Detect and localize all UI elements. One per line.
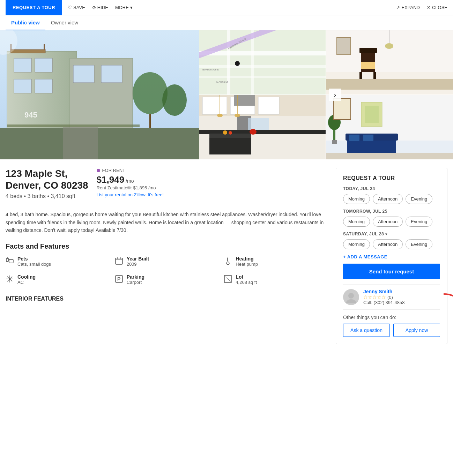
- svg-point-96: [346, 299, 356, 303]
- hide-button[interactable]: ⊘ HIDE: [92, 5, 108, 10]
- svg-rect-44: [202, 97, 227, 114]
- svg-rect-63: [365, 106, 379, 123]
- svg-text:P: P: [117, 276, 120, 282]
- listing-address: 123 Maple St, Denver, CO 80238: [6, 168, 88, 191]
- svg-rect-22: [199, 65, 326, 68]
- photo-living-room[interactable]: [326, 95, 453, 159]
- time-saturday-morning[interactable]: Morning: [343, 239, 370, 249]
- photo-map[interactable]: Lakeview Blvd E Boylston Ave E E Aloha S…: [199, 30, 326, 95]
- svg-rect-4: [14, 58, 31, 72]
- save-button[interactable]: ♡ SAVE: [68, 5, 85, 10]
- chevron-down-icon: ▾: [130, 5, 133, 10]
- tour-day-saturday: SATURDAY, JUL 28 ▾ Morning Afternoon Eve…: [343, 232, 440, 249]
- svg-line-94: [224, 275, 231, 282]
- top-nav-actions: ♡ SAVE ⊘ HIDE MORE ▾: [68, 5, 133, 10]
- agent-name: Jenny Smith: [363, 289, 405, 294]
- main-content: 123 Maple St, Denver, CO 80238 4 beds • …: [0, 159, 453, 344]
- svg-text:E Aloha St: E Aloha St: [216, 81, 228, 83]
- thermometer-icon: [224, 257, 232, 267]
- time-today-evening[interactable]: Evening: [406, 194, 432, 204]
- interior-features-heading: INTERIOR FEATURES: [6, 296, 327, 302]
- request-tour-nav-button[interactable]: REQUEST A TOUR: [6, 0, 62, 15]
- other-actions: Other things you can do: Ask a question …: [343, 309, 440, 337]
- svg-rect-71: [326, 153, 453, 159]
- tour-times-tomorrow: Morning Afternoon Evening: [343, 217, 440, 227]
- photo-main[interactable]: 945: [0, 30, 199, 159]
- time-tomorrow-afternoon[interactable]: Afternoon: [373, 217, 403, 227]
- svg-rect-20: [199, 30, 326, 95]
- agent-row: Jenny Smith ☆☆☆☆☆ (0) Call: (302) 391-48…: [343, 284, 440, 309]
- time-today-morning[interactable]: Morning: [343, 194, 370, 204]
- tab-public-view[interactable]: Public view: [6, 15, 45, 30]
- fact-cooling: Cooling AC: [6, 274, 109, 285]
- svg-point-40: [385, 43, 393, 49]
- time-tomorrow-morning[interactable]: Morning: [343, 217, 370, 227]
- tour-times-today: Morning Afternoon Evening: [343, 194, 440, 204]
- svg-point-27: [235, 61, 240, 66]
- agent-rating: (0): [387, 295, 393, 300]
- svg-rect-35: [359, 72, 362, 79]
- apply-now-button[interactable]: Apply now: [393, 324, 440, 337]
- year-built-label: Year Built: [127, 256, 149, 262]
- agent-phone: Call: (302) 391-4858: [363, 300, 405, 305]
- svg-rect-38: [337, 37, 351, 55]
- tour-day-tomorrow: TOMORROW, JUL 25 Morning Afternoon Eveni…: [343, 209, 440, 227]
- svg-rect-25: [251, 30, 254, 95]
- svg-rect-41: [326, 79, 453, 90]
- svg-rect-36: [373, 72, 376, 79]
- svg-rect-6: [14, 79, 31, 93]
- time-today-afternoon[interactable]: Afternoon: [373, 194, 403, 204]
- heating-value: Heat pump: [236, 262, 258, 267]
- rent-dot: [97, 169, 100, 172]
- add-message-link[interactable]: + ADD A MESSAGE: [343, 254, 440, 259]
- photo-next-arrow[interactable]: ›: [329, 89, 341, 101]
- svg-text:945: 945: [24, 111, 37, 119]
- svg-rect-69: [349, 135, 359, 141]
- ask-question-button[interactable]: Ask a question: [343, 324, 390, 337]
- svg-rect-12: [44, 44, 45, 50]
- tab-owner-view[interactable]: Owner view: [45, 15, 84, 30]
- tour-times-saturday: Morning Afternoon Evening: [343, 239, 440, 249]
- svg-rect-15: [149, 114, 151, 128]
- close-button[interactable]: ✕ CLOSE: [427, 5, 447, 10]
- other-actions-buttons: Ask a question Apply now: [343, 324, 440, 337]
- cooling-value: AC: [17, 280, 36, 285]
- photo-kitchen[interactable]: [199, 95, 326, 159]
- svg-rect-56: [248, 118, 269, 130]
- time-saturday-afternoon[interactable]: Afternoon: [373, 239, 403, 249]
- time-tomorrow-evening[interactable]: Evening: [406, 217, 432, 227]
- expand-button[interactable]: ↗ EXPAND: [396, 5, 420, 10]
- hide-icon: ⊘: [92, 5, 96, 10]
- close-icon: ✕: [427, 5, 431, 10]
- svg-text:Boylston Ave E: Boylston Ave E: [202, 68, 219, 71]
- time-saturday-evening[interactable]: Evening: [406, 239, 432, 249]
- list-rental-link[interactable]: List your rental on Zillow. It's free!: [97, 192, 164, 197]
- svg-rect-76: [9, 259, 13, 263]
- red-arrow-indicator: [440, 290, 453, 330]
- svg-point-82: [226, 262, 229, 265]
- chevron-down-icon: ▾: [385, 232, 387, 236]
- send-tour-button[interactable]: Send tour request: [343, 264, 440, 279]
- listing-description: 4 bed, 3 bath home. Spacious, gorgeous h…: [6, 211, 327, 234]
- tour-day-saturday-label[interactable]: SATURDAY, JUL 28 ▾: [343, 232, 440, 236]
- svg-rect-37: [361, 62, 375, 69]
- svg-rect-9: [101, 65, 122, 83]
- for-rent-badge: FOR RENT: [97, 168, 166, 173]
- svg-rect-10: [10, 50, 45, 53]
- svg-point-57: [223, 130, 227, 135]
- more-button[interactable]: MORE ▾: [115, 5, 133, 10]
- svg-rect-77: [116, 258, 122, 264]
- cooling-label: Cooling: [17, 274, 36, 280]
- svg-rect-48: [234, 95, 255, 106]
- svg-point-14: [133, 72, 168, 114]
- lot-value: 4,268 sq ft: [236, 280, 257, 285]
- svg-rect-17: [7, 124, 140, 127]
- listing-price: $1,949: [97, 174, 125, 185]
- photo-interior-chair[interactable]: [326, 30, 453, 95]
- agent-avatar: [343, 289, 359, 305]
- kitchen-svg: [199, 95, 326, 159]
- svg-rect-23: [199, 76, 326, 78]
- fact-lot: Lot 4,268 sq ft: [224, 274, 327, 285]
- svg-point-95: [348, 293, 354, 299]
- heart-icon: ♡: [68, 5, 72, 10]
